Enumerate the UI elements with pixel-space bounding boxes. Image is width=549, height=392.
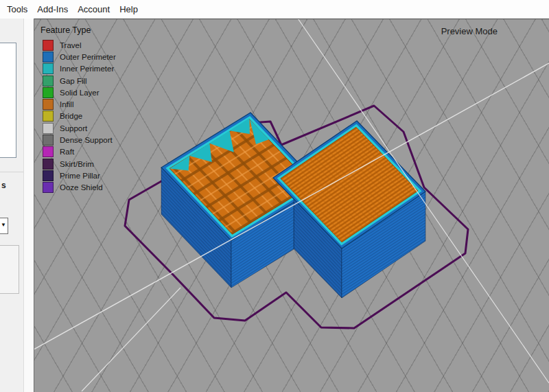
sidebar-truncated-label: s	[1, 181, 6, 190]
sidebar-edge-strip	[23, 19, 34, 392]
legend-row-raft: Raft	[40, 146, 116, 158]
legend-row-skirt-brim: Skirt/Brim	[40, 158, 116, 170]
legend-row-travel: Travel	[40, 39, 116, 51]
legend-color-swatch	[43, 111, 54, 122]
chevron-down-icon: ▼	[1, 222, 6, 228]
legend-row-prime-pillar: Prime Pillar	[40, 170, 116, 181]
legend-label: Ooze Shield	[60, 182, 103, 193]
left-sidebar: s ▼	[0, 19, 34, 392]
menu-item-help[interactable]: Help	[115, 0, 143, 19]
menu-item-tools[interactable]: Tools	[2, 0, 32, 19]
legend-color-swatch	[43, 76, 54, 87]
sidebar-divider	[0, 172, 23, 172]
legend-label: Prime Pillar	[60, 170, 100, 181]
menu-item-add-ins[interactable]: Add-Ins	[32, 0, 73, 19]
legend-color-swatch	[43, 135, 54, 146]
legend-color-swatch	[43, 170, 54, 181]
legend-title: Feature Type	[40, 25, 116, 35]
right-cube	[273, 121, 425, 298]
legend-row-ooze-shield: Ooze Shield	[40, 182, 116, 194]
viewport-left-edge	[34, 19, 34, 392]
sidebar-combobox[interactable]: ▼	[0, 218, 8, 234]
menu-bar: ToolsAdd-InsAccountHelp	[0, 0, 549, 19]
legend-label: Infill	[60, 99, 73, 110]
legend-color-swatch	[43, 182, 54, 193]
legend-label: Outer Perimeter	[60, 51, 116, 62]
preview-mode-label: Preview Mode	[441, 26, 498, 36]
legend-label: Raft	[60, 146, 74, 157]
legend-label: Dense Support	[60, 135, 113, 146]
legend-row-solid-layer: Solid Layer	[40, 87, 116, 98]
legend-color-swatch	[43, 40, 54, 51]
legend-color-swatch	[43, 63, 54, 74]
legend-label: Travel	[60, 40, 82, 51]
legend-row-inner-perimeter: Inner Perimeter	[40, 63, 116, 75]
legend-row-gap-fill: Gap Fill	[40, 75, 116, 87]
legend-row-dense-support: Dense Support	[40, 134, 116, 146]
legend-color-swatch	[43, 51, 54, 62]
legend-label: Inner Perimeter	[60, 63, 114, 74]
feature-type-legend: Feature Type Travel Outer Perimeter Inne…	[40, 25, 116, 194]
menu-item-account[interactable]: Account	[73, 0, 115, 19]
sidebar-groupbox	[0, 245, 19, 294]
legend-label: Solid Layer	[60, 87, 100, 98]
legend-color-swatch	[43, 99, 54, 110]
viewport-3d[interactable]: Feature Type Travel Outer Perimeter Inne…	[34, 19, 549, 392]
legend-row-support: Support	[40, 122, 116, 134]
legend-label: Bridge	[60, 111, 82, 122]
legend-row-outer-perimeter: Outer Perimeter	[40, 51, 116, 62]
legend-color-swatch	[43, 159, 54, 170]
legend-label: Support	[60, 123, 87, 134]
legend-label: Gap Fill	[60, 76, 87, 87]
viewport-top-edge	[34, 19, 549, 19]
legend-color-swatch	[43, 123, 54, 134]
legend-color-swatch	[43, 87, 54, 98]
legend-color-swatch	[43, 146, 54, 157]
legend-label: Skirt/Brim	[60, 159, 94, 170]
process-listbox[interactable]	[0, 43, 16, 158]
legend-row-infill: Infill	[40, 98, 116, 110]
legend-row-bridge: Bridge	[40, 111, 116, 122]
